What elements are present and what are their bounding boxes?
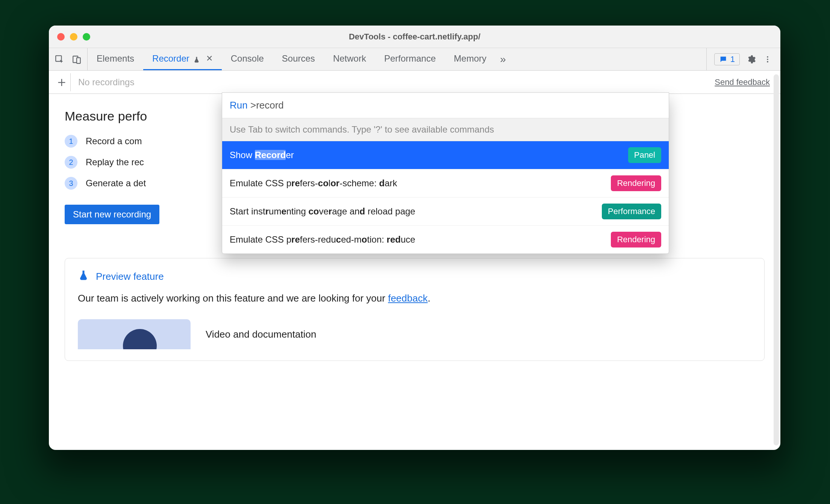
- preview-feature-text: Our team is actively working on this fea…: [78, 293, 751, 304]
- preview-feature-label: Preview feature: [96, 271, 164, 282]
- command-row-label: Start instrumenting coverage and reload …: [230, 206, 415, 217]
- flask-icon: [193, 55, 201, 62]
- step-3-number: 3: [65, 177, 77, 190]
- feedback-link[interactable]: feedback: [388, 293, 428, 304]
- command-row-badge: Panel: [628, 147, 661, 163]
- issues-button[interactable]: 1: [714, 53, 740, 65]
- command-row-badge: Rendering: [611, 232, 661, 247]
- window-close-button[interactable]: [57, 33, 65, 41]
- command-row-label: Show Recorder: [230, 150, 294, 160]
- step-2-number: 2: [65, 156, 77, 169]
- tab-network[interactable]: Network: [324, 48, 375, 70]
- issues-count: 1: [730, 54, 735, 64]
- tab-sources[interactable]: Sources: [273, 48, 324, 70]
- svg-rect-2: [77, 57, 80, 63]
- more-menu-icon[interactable]: [762, 54, 773, 65]
- svg-point-3: [767, 56, 768, 57]
- command-input[interactable]: Run >record: [222, 93, 669, 118]
- scrollbar[interactable]: [774, 74, 779, 445]
- command-row-0[interactable]: Show RecorderPanel: [222, 141, 669, 169]
- recordings-placeholder: No recordings: [71, 77, 715, 88]
- window-zoom-button[interactable]: [83, 33, 90, 41]
- add-recording-button[interactable]: ＋: [53, 73, 71, 91]
- command-row-3[interactable]: Emulate CSS prefers-reduced-motion: redu…: [222, 226, 669, 254]
- video-label: Video and documentation: [206, 329, 316, 340]
- recorder-toolbar: ＋ No recordings Send feedback: [49, 71, 780, 94]
- command-hint: Use Tab to switch commands. Type '?' to …: [222, 118, 669, 141]
- command-menu: Run >record Use Tab to switch commands. …: [222, 92, 669, 254]
- svg-point-5: [767, 61, 768, 62]
- device-toggle-icon[interactable]: [71, 54, 82, 65]
- flask-icon: [78, 270, 89, 284]
- devtools-window: DevTools - coffee-cart.netlify.app/ Elem…: [49, 26, 780, 450]
- tab-close-icon[interactable]: ✕: [204, 54, 213, 63]
- tab-elements[interactable]: Elements: [88, 48, 143, 70]
- video-thumbnail[interactable]: [78, 319, 191, 349]
- titlebar: DevTools - coffee-cart.netlify.app/: [49, 26, 780, 48]
- svg-point-4: [767, 59, 768, 60]
- command-row-2[interactable]: Start instrumenting coverage and reload …: [222, 198, 669, 226]
- command-prefix: Run: [230, 100, 248, 111]
- send-feedback-link[interactable]: Send feedback: [715, 77, 777, 87]
- inspect-icon[interactable]: [54, 54, 65, 65]
- command-row-label: Emulate CSS prefers-color-scheme: dark: [230, 178, 397, 189]
- window-minimize-button[interactable]: [70, 33, 77, 41]
- command-row-label: Emulate CSS prefers-reduced-motion: redu…: [230, 234, 415, 245]
- tabs-overflow-button[interactable]: »: [495, 48, 510, 70]
- tab-recorder[interactable]: Recorder ✕: [143, 48, 222, 70]
- tab-performance[interactable]: Performance: [375, 48, 445, 70]
- settings-icon[interactable]: [746, 54, 756, 65]
- step-1-number: 1: [65, 135, 77, 148]
- start-recording-button[interactable]: Start new recording: [65, 205, 159, 224]
- tab-console[interactable]: Console: [222, 48, 273, 70]
- tab-memory[interactable]: Memory: [445, 48, 495, 70]
- command-row-badge: Performance: [602, 204, 661, 219]
- window-title: DevTools - coffee-cart.netlify.app/: [49, 32, 780, 42]
- command-row-badge: Rendering: [611, 175, 661, 191]
- tabstrip: Elements Recorder ✕ Console Sources Netw…: [49, 48, 780, 71]
- preview-feature-card: Preview feature Our team is actively wor…: [65, 258, 765, 361]
- command-row-1[interactable]: Emulate CSS prefers-color-scheme: darkRe…: [222, 169, 669, 198]
